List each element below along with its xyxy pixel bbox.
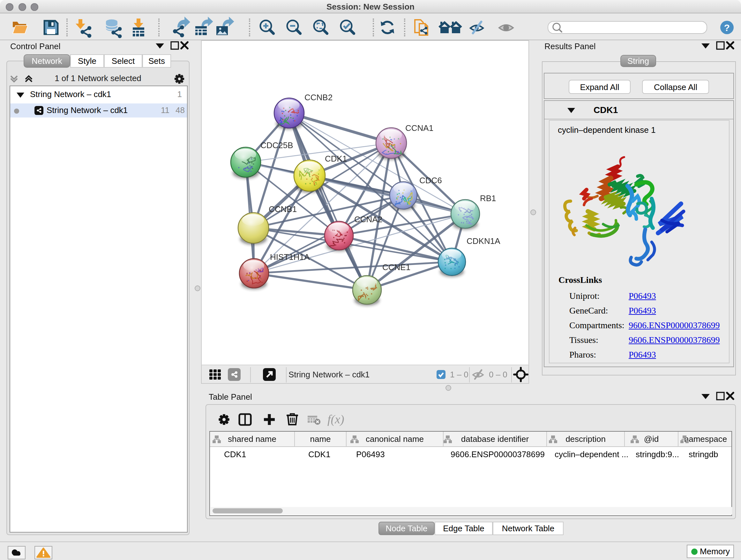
svg-text:CDC6: CDC6 (419, 176, 442, 185)
svg-text:?: ? (724, 22, 730, 33)
svg-text:1 – 0: 1 – 0 (450, 370, 468, 379)
svg-text:CDKN1A: CDKN1A (467, 236, 500, 246)
svg-text:CCNE1: CCNE1 (382, 262, 410, 272)
svg-text:HIST1H1A: HIST1H1A (270, 252, 310, 262)
svg-text:CDK1: CDK1 (325, 154, 347, 164)
svg-text:CCNB1: CCNB1 (269, 204, 297, 214)
svg-text:0 – 0: 0 – 0 (489, 370, 508, 379)
svg-text:RB1: RB1 (480, 193, 496, 203)
svg-text:CDC25B: CDC25B (260, 140, 293, 150)
svg-text:f(x): f(x) (327, 413, 344, 426)
svg-text:CCNB2: CCNB2 (305, 92, 333, 102)
svg-text:CCNA2: CCNA2 (354, 214, 382, 224)
svg-text:CCNA1: CCNA1 (405, 123, 433, 133)
